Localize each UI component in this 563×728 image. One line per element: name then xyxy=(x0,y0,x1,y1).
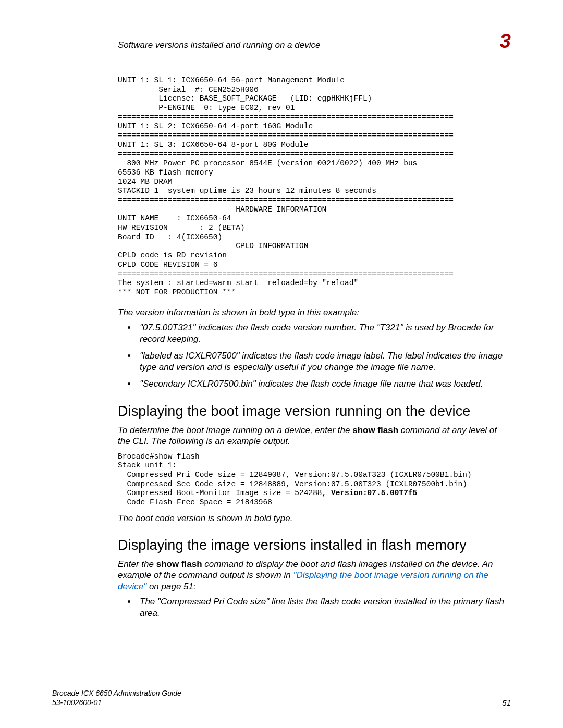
text: Enter the xyxy=(118,559,156,569)
command-show-flash: show flash xyxy=(352,425,398,435)
list-item: "labeled as ICXLR07500" indicates the fl… xyxy=(137,350,511,373)
code-block-show-version: UNIT 1: SL 1: ICX6650-64 56-port Managem… xyxy=(118,76,511,298)
paragraph-boot-code: The boot code version is shown in bold t… xyxy=(118,513,511,524)
code-bold-version: Version:07.5.00T7f5 xyxy=(331,489,417,497)
paragraph-flash-images: Enter the show flash command to display … xyxy=(118,559,511,592)
bullet-list-version: "07.5.00T321" indicates the flash code v… xyxy=(118,322,511,390)
command-show-flash-2: show flash xyxy=(156,559,202,569)
footer-left: Brocade ICX 6650 Administration Guide 53… xyxy=(52,688,181,707)
code-text: Brocade#show flash Stack unit 1: Compres… xyxy=(118,452,472,498)
bullet-list-flash: The "Compressed Pri Code size" line list… xyxy=(118,596,511,619)
heading-boot-image: Displaying the boot image version runnin… xyxy=(118,403,511,419)
footer-book-title: Brocade ICX 6650 Administration Guide xyxy=(52,689,181,697)
code-text: Code Flash Free Space = 21843968 xyxy=(118,498,272,507)
footer-page-number: 51 xyxy=(502,698,511,707)
list-item: "07.5.00T321" indicates the flash code v… xyxy=(137,322,511,345)
page: Software versions installed and running … xyxy=(0,0,563,728)
list-item: The "Compressed Pri Code size" line list… xyxy=(137,596,511,619)
footer-doc-number: 53-1002600-01 xyxy=(52,698,102,707)
text: To determine the boot image running on a… xyxy=(118,425,352,435)
code-block-show-flash: Brocade#show flash Stack unit 1: Compres… xyxy=(118,452,511,508)
page-footer: Brocade ICX 6650 Administration Guide 53… xyxy=(52,688,511,707)
paragraph-version-info: The version information is shown in bold… xyxy=(118,307,511,318)
text: on page 51: xyxy=(146,582,196,591)
chapter-number: 3 xyxy=(500,31,511,51)
list-item: "Secondary ICXLR07500.bin" indicates the… xyxy=(137,378,511,390)
heading-flash-memory: Displaying the image versions installed … xyxy=(118,537,511,553)
running-header: Software versions installed and running … xyxy=(118,31,511,51)
paragraph-show-flash: To determine the boot image running on a… xyxy=(118,425,511,447)
header-title: Software versions installed and running … xyxy=(118,40,320,51)
